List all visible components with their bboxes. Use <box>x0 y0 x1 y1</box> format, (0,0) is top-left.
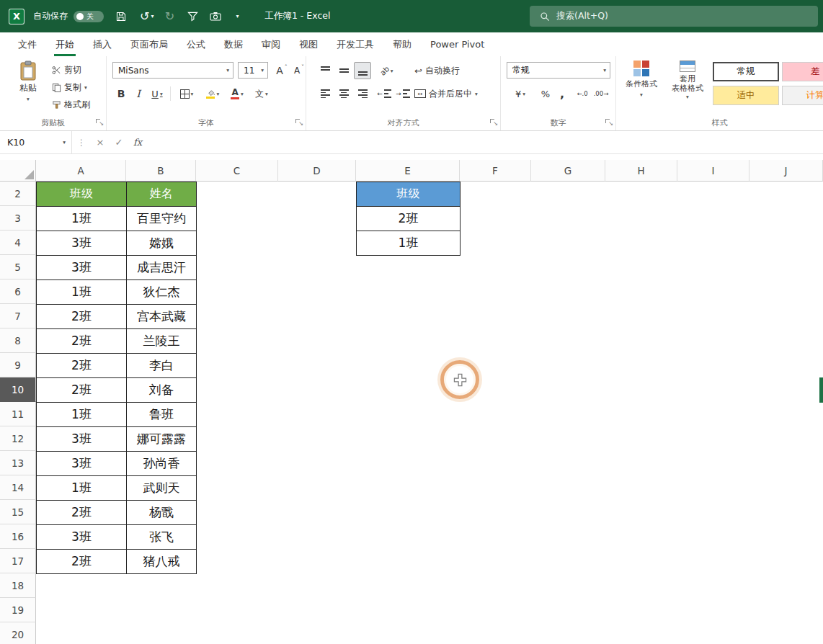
formula-input[interactable] <box>147 131 823 153</box>
row-header-10[interactable]: 10 <box>0 377 36 402</box>
class-table-cell[interactable]: 3班 <box>37 231 127 256</box>
row-header-20[interactable]: 20 <box>0 622 36 644</box>
row-header-3[interactable]: 3 <box>0 206 36 231</box>
orientation-button[interactable]: ab▾ <box>375 62 397 79</box>
result-table-header-cell[interactable]: 班级 <box>357 182 461 207</box>
row-header-13[interactable]: 13 <box>0 451 36 475</box>
menu-tab-审阅[interactable]: 审阅 <box>252 32 290 56</box>
row-header-15[interactable]: 15 <box>0 500 36 524</box>
comma-style-button[interactable]: , <box>556 85 569 102</box>
result-table-cell[interactable]: 1班 <box>357 231 461 256</box>
class-table-cell[interactable]: 宫本武藏 <box>127 305 197 329</box>
class-table-cell[interactable]: 2班 <box>37 378 127 403</box>
save-button[interactable] <box>112 6 130 27</box>
align-center-button[interactable] <box>335 85 352 102</box>
merge-center-button[interactable]: ↔ 合并后居中 ▾ <box>414 86 478 101</box>
font-dialog-launcher[interactable]: ↘ <box>295 119 303 127</box>
screenshot-camera-button[interactable] <box>207 6 224 27</box>
class-table-cell[interactable]: 张飞 <box>127 525 197 550</box>
row-header-18[interactable]: 18 <box>0 573 36 598</box>
cancel-button[interactable]: × <box>91 137 110 148</box>
row-header-7[interactable]: 7 <box>0 304 36 328</box>
increase-font-button[interactable]: Aˆ <box>274 62 290 79</box>
column-header-D[interactable]: D <box>278 160 356 182</box>
search-box[interactable]: 搜索(Alt+Q) <box>530 6 818 27</box>
accounting-format-button[interactable]: ¥▾ <box>510 85 531 102</box>
column-header-G[interactable]: G <box>531 160 605 182</box>
class-table-cell[interactable]: 孙尚香 <box>127 452 197 476</box>
align-left-button[interactable] <box>316 85 334 102</box>
menu-tab-开始[interactable]: 开始 <box>46 32 84 56</box>
phonetic-guide-button[interactable]: 文▾ <box>251 85 272 102</box>
class-table-header-cell[interactable]: 班级 <box>37 182 127 207</box>
menu-tab-插入[interactable]: 插入 <box>84 32 121 56</box>
column-header-B[interactable]: B <box>126 160 196 182</box>
decrease-indent-button[interactable]: ← <box>375 85 393 102</box>
row-header-4[interactable]: 4 <box>0 231 36 255</box>
menu-tab-开发工具[interactable]: 开发工具 <box>327 32 383 56</box>
class-table-cell[interactable]: 3班 <box>37 525 127 550</box>
font-name-select[interactable]: MiSans▾ <box>112 62 233 79</box>
font-size-select[interactable]: 11▾ <box>238 62 268 79</box>
font-color-button[interactable]: A ▾ <box>226 85 248 102</box>
select-all-corner[interactable] <box>0 160 36 182</box>
column-header-A[interactable]: A <box>36 160 126 182</box>
class-table-cell[interactable]: 1班 <box>37 280 127 305</box>
cut-button[interactable]: 剪切 <box>52 62 90 78</box>
cell-style-option[interactable]: 适中 <box>713 86 779 105</box>
menu-tab-公式[interactable]: 公式 <box>177 32 215 56</box>
bold-button[interactable]: B <box>114 85 128 102</box>
align-bottom-button[interactable] <box>354 62 371 79</box>
class-table-header-cell[interactable]: 姓名 <box>127 182 197 207</box>
menu-tab-Power Pivot[interactable]: Power Pivot <box>421 32 494 56</box>
column-header-J[interactable]: J <box>749 160 823 182</box>
row-header-11[interactable]: 11 <box>0 402 36 426</box>
class-table-cell[interactable]: 娜可露露 <box>127 427 197 452</box>
class-table-cell[interactable]: 百里守约 <box>127 207 197 231</box>
class-table-cell[interactable]: 李白 <box>127 354 197 378</box>
column-header-F[interactable]: F <box>460 160 531 182</box>
align-right-button[interactable] <box>354 85 371 102</box>
enter-button[interactable]: ✓ <box>110 137 128 148</box>
class-table-cell[interactable]: 2班 <box>37 550 127 574</box>
row-header-17[interactable]: 17 <box>0 549 36 573</box>
clipboard-dialog-launcher[interactable]: ↘ <box>96 119 104 127</box>
wrap-text-button[interactable]: ↩ 自动换行 <box>414 63 460 78</box>
class-table-cell[interactable]: 猪八戒 <box>127 550 197 574</box>
class-table-cell[interactable]: 1班 <box>37 403 127 427</box>
class-table-cell[interactable]: 2班 <box>37 354 127 378</box>
paste-button[interactable]: 粘贴 ▾ <box>9 61 48 102</box>
cell-style-option[interactable]: 常规 <box>713 62 779 81</box>
align-middle-button[interactable] <box>335 62 352 79</box>
row-header-12[interactable]: 12 <box>0 426 36 451</box>
conditional-format-button[interactable]: 条件格式 ▾ <box>620 61 662 98</box>
column-header-C[interactable]: C <box>196 160 278 182</box>
class-table-cell[interactable]: 2班 <box>37 501 127 525</box>
class-table-cell[interactable]: 鲁班 <box>127 403 197 427</box>
menu-tab-帮助[interactable]: 帮助 <box>383 32 421 56</box>
class-table-cell[interactable]: 嫦娥 <box>127 231 197 256</box>
cell-style-option[interactable]: 差 <box>782 62 823 81</box>
decrease-decimal-button[interactable]: .00→ <box>592 85 610 102</box>
number-dialog-launcher[interactable]: ↘ <box>605 119 613 127</box>
fill-color-button[interactable]: ▾ <box>202 85 223 102</box>
percent-style-button[interactable]: % <box>538 85 553 102</box>
filter-button[interactable] <box>184 6 201 27</box>
redo-button[interactable]: ↻ <box>161 6 178 27</box>
quick-access-more-button[interactable]: ▾ <box>228 6 246 27</box>
autosave-toggle[interactable]: 关 <box>74 11 104 22</box>
column-header-I[interactable]: I <box>677 160 749 182</box>
number-format-select[interactable]: 常规▾ <box>507 62 610 79</box>
format-painter-button[interactable]: 格式刷 <box>52 97 90 112</box>
class-table-cell[interactable]: 1班 <box>37 207 127 231</box>
decrease-font-button[interactable]: Aˇ <box>291 62 307 79</box>
alignment-dialog-launcher[interactable]: ↘ <box>490 119 498 127</box>
class-table-cell[interactable]: 武则天 <box>127 476 197 501</box>
name-box[interactable]: K10 ▾ <box>0 131 72 153</box>
menu-tab-文件[interactable]: 文件 <box>9 32 46 56</box>
format-as-table-button[interactable]: 套用 表格格式 ▾ <box>665 61 710 100</box>
cell-style-option[interactable]: 计算 <box>782 86 823 105</box>
row-header-16[interactable]: 16 <box>0 524 36 549</box>
italic-button[interactable]: I <box>131 85 146 102</box>
class-table-cell[interactable]: 3班 <box>37 427 127 452</box>
